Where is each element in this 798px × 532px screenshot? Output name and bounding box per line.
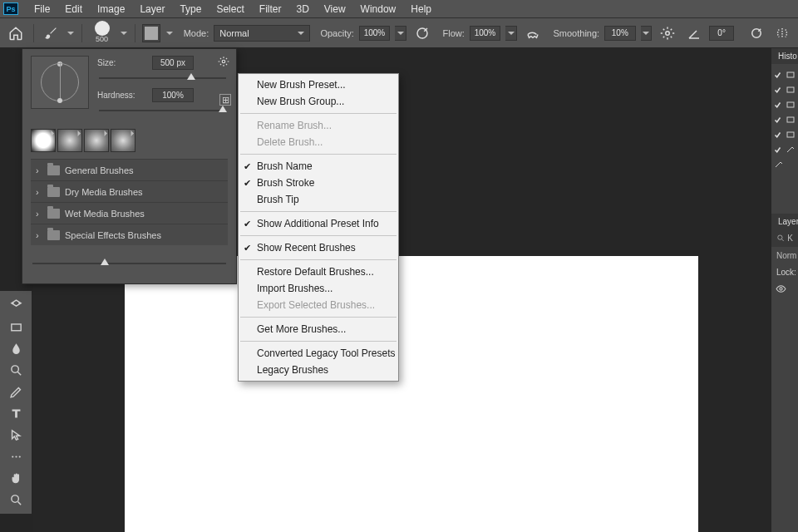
history-row[interactable]: [774, 67, 796, 82]
blend-mode-select[interactable]: Normal: [214, 25, 310, 42]
flow-dd[interactable]: [505, 26, 517, 41]
history-row[interactable]: [774, 97, 796, 112]
opacity-label: Opacity:: [320, 28, 353, 38]
blend-mode-row[interactable]: Norm: [771, 247, 798, 264]
brush-folder[interactable]: ›Special Effects Brushes: [31, 224, 228, 245]
menu-edit[interactable]: Edit: [57, 1, 90, 17]
opacity-pressure-icon[interactable]: [411, 22, 433, 44]
brush-swatch[interactable]: [84, 129, 109, 152]
history-row[interactable]: [774, 142, 796, 157]
folder-label: Wet Media Brushes: [65, 209, 145, 219]
menu-item-label: Show Additional Preset Info: [257, 218, 379, 229]
folder-icon: [47, 230, 60, 240]
menu-item: Delete Brush...: [239, 134, 398, 150]
history-row[interactable]: [774, 157, 796, 172]
zoom-tool-icon[interactable]: [0, 489, 32, 510]
popover-gear-icon[interactable]: [216, 54, 231, 69]
history-row[interactable]: [774, 127, 796, 142]
menu-3d[interactable]: 3D: [288, 1, 316, 17]
brush-swatch[interactable]: [31, 129, 56, 152]
dodge-tool-icon[interactable]: [0, 359, 32, 381]
brush-tip-preview[interactable]: [31, 56, 89, 109]
brush-swatch[interactable]: [57, 129, 82, 152]
hand-tool-icon[interactable]: [0, 467, 32, 489]
artboard-tool-icon[interactable]: [0, 294, 32, 316]
brush-settings-toggle[interactable]: [142, 24, 160, 42]
menu-item[interactable]: ✔Show Additional Preset Info: [239, 215, 398, 232]
blur-tool-icon[interactable]: [0, 337, 32, 359]
pressure-size-icon[interactable]: [746, 22, 767, 44]
menu-item[interactable]: Import Brushes...: [239, 280, 398, 297]
symmetry-icon[interactable]: [771, 22, 793, 44]
canvas[interactable]: [125, 256, 698, 532]
menu-item[interactable]: Get More Brushes...: [239, 321, 398, 337]
opacity-dd[interactable]: [395, 26, 406, 41]
angle-input[interactable]: 0°: [709, 26, 734, 41]
hardness-slider[interactable]: [99, 104, 226, 116]
menu-item[interactable]: ✔Show Recent Brushes: [239, 239, 398, 256]
preview-size-slider[interactable]: [32, 257, 226, 268]
menu-image[interactable]: Image: [90, 1, 132, 17]
smoothing-input[interactable]: 10%: [604, 26, 635, 41]
svg-point-6: [15, 456, 17, 457]
history-row[interactable]: [774, 82, 796, 97]
blend-mode-value: Normal: [219, 28, 249, 38]
menu-item[interactable]: New Brush Preset...: [239, 76, 398, 93]
menu-item[interactable]: ✔Brush Name: [239, 158, 398, 175]
menu-window[interactable]: Window: [353, 1, 404, 17]
tool-preset-dd[interactable]: [66, 24, 75, 42]
brush-folder[interactable]: ›General Brushes: [31, 159, 228, 180]
svg-point-7: [18, 456, 20, 457]
menu-type[interactable]: Type: [172, 1, 209, 17]
menubar: Ps FileEditImageLayerTypeSelectFilter3DV…: [0, 0, 798, 18]
menu-item-label: Brush Tip: [257, 194, 299, 205]
menu-separator: [240, 154, 397, 155]
layers-panel-tab[interactable]: Layer: [771, 214, 798, 229]
menu-item[interactable]: Restore Default Brushes...: [239, 264, 398, 280]
menu-item[interactable]: Brush Tip: [239, 191, 398, 208]
size-input[interactable]: 500 px: [152, 56, 194, 70]
brush-tool-icon[interactable]: [41, 22, 62, 44]
smoothing-gear-icon[interactable]: [657, 22, 678, 44]
menu-select[interactable]: Select: [209, 1, 251, 17]
menu-layer[interactable]: Layer: [132, 1, 172, 17]
folder-icon: [47, 187, 60, 197]
ellipsis-icon[interactable]: [0, 446, 32, 467]
menu-item[interactable]: ✔Brush Stroke: [239, 175, 398, 191]
folder-label: Dry Media Brushes: [65, 187, 143, 197]
menu-view[interactable]: View: [317, 1, 353, 17]
rectangle-tool-icon[interactable]: [0, 316, 32, 337]
brush-folder[interactable]: ›Wet Media Brushes: [31, 202, 228, 224]
menu-help[interactable]: Help: [403, 1, 439, 17]
menu-item[interactable]: Legacy Brushes: [239, 362, 398, 378]
history-panel-tab[interactable]: Histo: [771, 48, 798, 64]
flow-input[interactable]: 100%: [470, 26, 500, 41]
path-select-tool-icon[interactable]: [0, 424, 32, 446]
pen-tool-icon[interactable]: [0, 381, 32, 402]
opacity-input[interactable]: 100%: [359, 26, 390, 41]
hardness-input[interactable]: 100%: [152, 88, 194, 102]
svg-point-14: [778, 235, 782, 239]
menu-item-label: Brush Name: [257, 160, 313, 172]
brush-picker-dd[interactable]: [120, 24, 128, 42]
history-row[interactable]: [774, 112, 796, 127]
brush-preview-button[interactable]: 500: [89, 22, 115, 43]
visibility-icon[interactable]: [776, 283, 786, 294]
menu-item[interactable]: Converted Legacy Tool Presets: [239, 345, 398, 362]
menu-file[interactable]: File: [27, 1, 57, 17]
menu-item[interactable]: New Brush Group...: [239, 93, 398, 110]
home-icon[interactable]: [5, 22, 27, 44]
type-tool-icon[interactable]: [0, 402, 32, 424]
menu-item-label: New Brush Preset...: [257, 79, 346, 91]
history-list: [771, 64, 798, 175]
brush-settings-dd[interactable]: [165, 24, 174, 42]
brush-folder[interactable]: ›Dry Media Brushes: [31, 180, 228, 202]
layer-search[interactable]: K: [771, 229, 798, 247]
smoothing-dd[interactable]: [641, 26, 653, 41]
size-slider[interactable]: [99, 71, 226, 83]
menu-filter[interactable]: Filter: [252, 1, 289, 17]
menu-separator: [240, 341, 397, 342]
brush-swatch[interactable]: [111, 129, 135, 152]
airbrush-icon[interactable]: [522, 22, 544, 44]
layer-row[interactable]: [771, 280, 798, 298]
